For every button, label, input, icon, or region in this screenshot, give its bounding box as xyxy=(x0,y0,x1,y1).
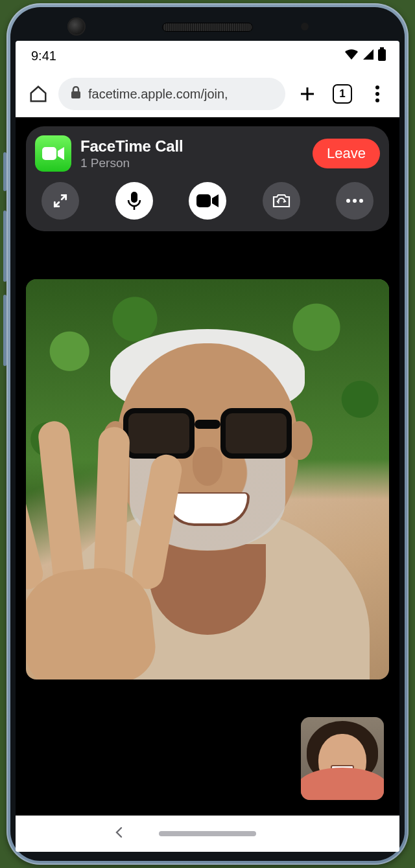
svg-point-3 xyxy=(375,86,379,89)
svg-point-12 xyxy=(359,199,363,203)
device-top-hardware xyxy=(16,14,399,41)
flip-camera-icon xyxy=(272,192,291,209)
overflow-menu-button[interactable] xyxy=(364,81,390,107)
svg-point-11 xyxy=(353,199,357,203)
camera-toggle-button[interactable] xyxy=(189,182,226,220)
cell-signal-icon xyxy=(362,48,375,64)
front-camera xyxy=(67,17,86,36)
battery-icon xyxy=(377,47,386,65)
video-icon xyxy=(196,194,219,208)
svg-point-10 xyxy=(346,199,350,203)
android-nav-bar xyxy=(16,816,399,852)
leave-button[interactable]: Leave xyxy=(313,139,380,168)
svg-rect-2 xyxy=(71,91,80,98)
video-stage: FaceTime Call 1 Person Leave xyxy=(16,117,399,816)
svg-point-4 xyxy=(375,92,379,96)
url-text: facetime.apple.com/join, xyxy=(88,87,228,102)
flip-camera-button[interactable] xyxy=(263,182,300,220)
waving-hand xyxy=(26,453,198,680)
side-button xyxy=(3,152,6,191)
earpiece-speaker xyxy=(162,23,253,32)
svg-point-5 xyxy=(375,98,379,102)
svg-rect-1 xyxy=(378,49,386,61)
self-participant xyxy=(301,717,384,800)
browser-toolbar: facetime.apple.com/join, 1 xyxy=(16,71,399,117)
phone-frame: 9:41 xyxy=(6,3,409,865)
svg-rect-0 xyxy=(380,47,384,49)
back-button[interactable] xyxy=(113,826,126,841)
proximity-sensor xyxy=(301,23,309,30)
expand-icon xyxy=(52,192,69,209)
facetime-app-icon xyxy=(35,135,71,172)
call-banner: FaceTime Call 1 Person Leave xyxy=(26,126,389,231)
lock-icon xyxy=(70,86,82,102)
call-title: FaceTime Call xyxy=(80,137,303,155)
expand-button[interactable] xyxy=(42,182,79,220)
svg-rect-9 xyxy=(196,194,211,207)
tab-count: 1 xyxy=(339,87,345,100)
status-time: 9:41 xyxy=(31,49,56,63)
screen: 9:41 xyxy=(16,41,399,852)
home-gesture-pill[interactable] xyxy=(159,831,256,836)
address-bar[interactable]: facetime.apple.com/join, xyxy=(58,78,285,110)
svg-rect-6 xyxy=(42,147,56,160)
new-tab-button[interactable] xyxy=(294,81,320,107)
svg-rect-7 xyxy=(131,192,137,203)
status-bar: 9:41 xyxy=(16,41,399,71)
volume-up-button xyxy=(3,211,6,282)
call-subtitle: 1 Person xyxy=(80,156,303,170)
remote-video[interactable] xyxy=(26,279,389,680)
home-button[interactable] xyxy=(27,83,49,105)
microphone-icon xyxy=(127,191,141,211)
self-view-pip[interactable] xyxy=(301,717,384,800)
volume-down-button xyxy=(3,295,6,366)
wifi-icon xyxy=(344,48,359,64)
tabs-button[interactable]: 1 xyxy=(329,81,355,107)
mute-button[interactable] xyxy=(115,182,153,220)
more-button[interactable] xyxy=(336,182,374,220)
more-icon xyxy=(346,198,364,203)
